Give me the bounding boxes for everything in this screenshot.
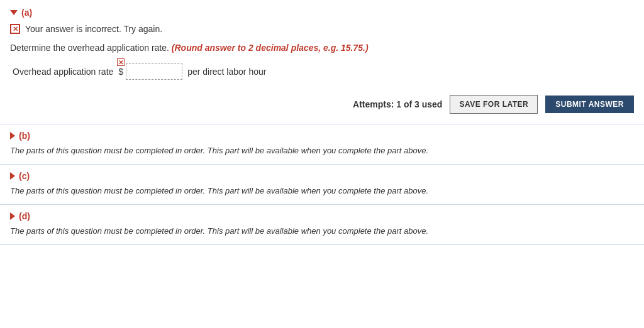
section-c-label: (c) xyxy=(19,171,30,181)
small-error-icon: ✕ xyxy=(117,58,125,66)
error-icon xyxy=(10,24,20,34)
submit-answer-button[interactable]: SUBMIT ANSWER xyxy=(545,96,634,113)
overhead-rate-label: Overhead application rate xyxy=(13,67,113,77)
dollar-input-wrap: ✕ $ xyxy=(118,63,182,80)
question-highlight-text: (Round answer to 2 decimal places, e.g. … xyxy=(172,43,369,53)
attempts-row: Attempts: 1 of 3 used SAVE FOR LATER SUB… xyxy=(10,90,634,116)
collapse-icon-a xyxy=(10,10,18,15)
question-main-text: Determine the overhead application rate. xyxy=(10,43,169,53)
section-b-label: (b) xyxy=(19,131,30,141)
input-row: Overhead application rate ✕ $ per direct… xyxy=(13,63,634,80)
section-d-label: (d) xyxy=(19,211,30,221)
section-c-locked-text: The parts of this question must be compl… xyxy=(10,186,634,195)
section-d-locked-text: The parts of this question must be compl… xyxy=(10,226,634,236)
section-d-header[interactable]: (d) xyxy=(10,211,634,221)
expand-icon-d xyxy=(10,212,15,220)
section-b: (b) The parts of this question must be c… xyxy=(0,124,644,165)
attempts-text: Attempts: 1 of 3 used xyxy=(353,99,442,109)
incorrect-row: Your answer is incorrect. Try again. xyxy=(10,24,634,34)
save-for-later-button[interactable]: SAVE FOR LATER xyxy=(450,95,538,114)
incorrect-message: Your answer is incorrect. Try again. xyxy=(25,24,162,34)
section-b-locked-text: The parts of this question must be compl… xyxy=(10,146,634,155)
question-text: Determine the overhead application rate.… xyxy=(10,41,634,55)
section-c-header[interactable]: (c) xyxy=(10,171,634,181)
section-c: (c) The parts of this question must be c… xyxy=(0,165,644,205)
dollar-sign: $ xyxy=(118,67,123,77)
section-a: (a) Your answer is incorrect. Try again.… xyxy=(0,0,644,124)
expand-icon-b xyxy=(10,132,15,139)
per-label: per direct labor hour xyxy=(187,67,266,77)
overhead-rate-input[interactable] xyxy=(126,63,182,80)
section-b-header[interactable]: (b) xyxy=(10,131,634,141)
expand-icon-c xyxy=(10,172,15,180)
section-d: (d) The parts of this question must be c… xyxy=(0,205,644,245)
section-a-header[interactable]: (a) xyxy=(10,8,634,18)
section-a-label: (a) xyxy=(21,8,32,18)
